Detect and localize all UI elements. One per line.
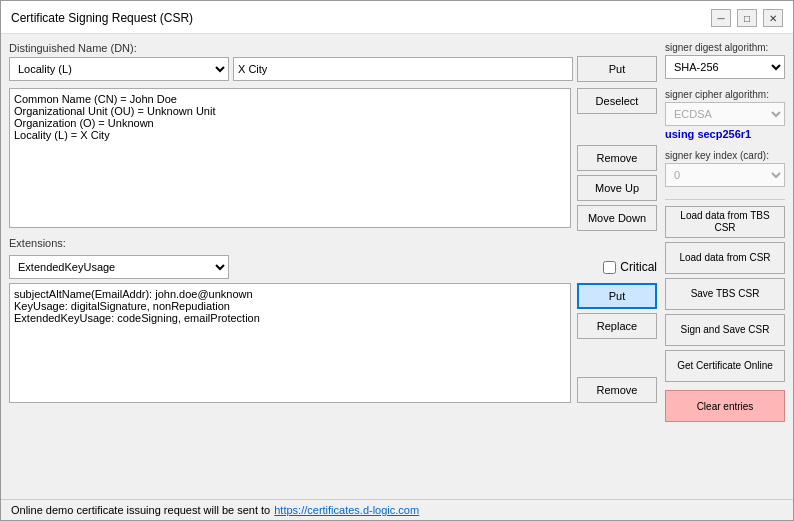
dn-buttons: Deselect Remove Move Up Move Down: [577, 88, 657, 231]
minimize-button[interactable]: ─: [711, 9, 731, 27]
signer-cipher-select[interactable]: ECDSA RSA: [665, 102, 785, 126]
ext-textarea[interactable]: subjectAltName(EmailAddr): john.doe@unkn…: [9, 283, 571, 403]
load-tbs-button[interactable]: Load data from TBS CSR: [665, 206, 785, 238]
dn-move-down-button[interactable]: Move Down: [577, 205, 657, 231]
status-text: Online demo certificate issuing request …: [11, 504, 270, 516]
ext-select[interactable]: ExtendedKeyUsage KeyUsage SubjectAltName: [9, 255, 229, 279]
main-window: Certificate Signing Request (CSR) ─ □ ✕ …: [0, 0, 794, 521]
dn-remove-button[interactable]: Remove: [577, 145, 657, 171]
dn-value-input[interactable]: [233, 57, 573, 81]
main-content: Distinguished Name (DN): Locality (L) Co…: [1, 34, 793, 499]
status-bar: Online demo certificate issuing request …: [1, 499, 793, 520]
extensions-section: Extensions: ExtendedKeyUsage KeyUsage Su…: [9, 237, 657, 403]
dn-textarea-wrap: Common Name (CN) = John Doe Organization…: [9, 88, 571, 231]
signer-key-select[interactable]: 0 1: [665, 163, 785, 187]
dn-move-up-button[interactable]: Move Up: [577, 175, 657, 201]
critical-wrap: Critical: [603, 260, 657, 274]
dn-textarea[interactable]: Common Name (CN) = John Doe Organization…: [9, 88, 571, 228]
window-title: Certificate Signing Request (CSR): [11, 11, 193, 25]
signer-key-label: signer key index (card):: [665, 150, 785, 161]
dn-select[interactable]: Locality (L) Common Name (CN) Organizati…: [9, 57, 229, 81]
dn-section: Distinguished Name (DN): Locality (L) Co…: [9, 42, 657, 82]
signer-digest-group: signer digest algorithm: SHA-256 SHA-384…: [665, 42, 785, 79]
signer-digest-select[interactable]: SHA-256 SHA-384 SHA-512: [665, 55, 785, 79]
left-panel: Distinguished Name (DN): Locality (L) Co…: [9, 42, 657, 491]
save-tbs-button[interactable]: Save TBS CSR: [665, 278, 785, 310]
status-link[interactable]: https://certificates.d-logic.com: [274, 504, 419, 516]
ext-replace-button[interactable]: Replace: [577, 313, 657, 339]
dn-row: Locality (L) Common Name (CN) Organizati…: [9, 56, 657, 82]
ext-top-row: ExtendedKeyUsage KeyUsage SubjectAltName…: [9, 255, 657, 279]
window-controls: ─ □ ✕: [711, 9, 783, 27]
critical-label: Critical: [620, 260, 657, 274]
critical-checkbox[interactable]: [603, 261, 616, 274]
ext-remove-button[interactable]: Remove: [577, 377, 657, 403]
signer-cipher-group: signer cipher algorithm: ECDSA RSA using…: [665, 89, 785, 140]
close-button[interactable]: ✕: [763, 9, 783, 27]
sign-save-button[interactable]: Sign and Save CSR: [665, 314, 785, 346]
maximize-button[interactable]: □: [737, 9, 757, 27]
ext-put-button[interactable]: Put: [577, 283, 657, 309]
ext-buttons: Put Replace Remove: [577, 283, 657, 403]
right-panel: signer digest algorithm: SHA-256 SHA-384…: [665, 42, 785, 491]
dn-middle: Common Name (CN) = John Doe Organization…: [9, 88, 657, 231]
get-cert-button[interactable]: Get Certificate Online: [665, 350, 785, 382]
curve-link[interactable]: using secp256r1: [665, 128, 785, 140]
load-csr-button[interactable]: Load data from CSR: [665, 242, 785, 274]
extensions-label: Extensions:: [9, 237, 657, 249]
dn-section-label: Distinguished Name (DN):: [9, 42, 657, 54]
separator-1: [665, 199, 785, 200]
ext-middle: subjectAltName(EmailAddr): john.doe@unkn…: [9, 283, 657, 403]
signer-cipher-label: signer cipher algorithm:: [665, 89, 785, 100]
signer-key-group: signer key index (card): 0 1: [665, 150, 785, 187]
title-bar: Certificate Signing Request (CSR) ─ □ ✕: [1, 1, 793, 34]
signer-digest-label: signer digest algorithm:: [665, 42, 785, 53]
dn-put-button[interactable]: Put: [577, 56, 657, 82]
clear-entries-button[interactable]: Clear entries: [665, 390, 785, 422]
dn-deselect-button[interactable]: Deselect: [577, 88, 657, 114]
